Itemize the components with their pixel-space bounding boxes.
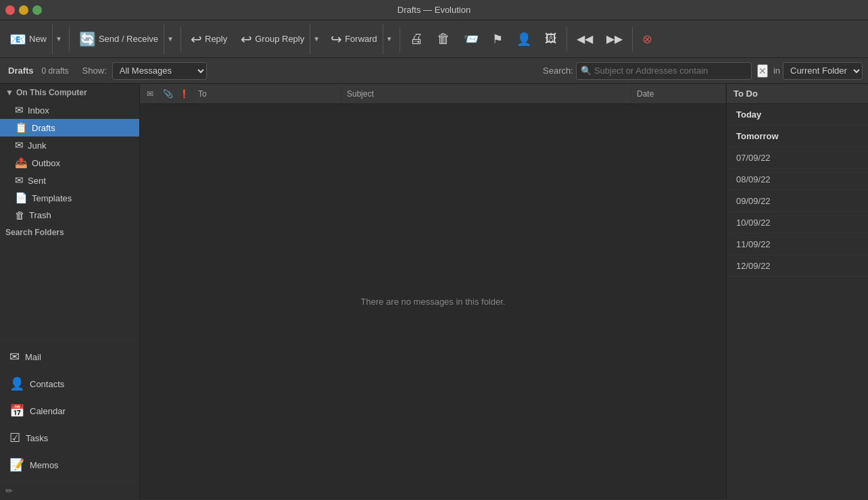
- maximize-button[interactable]: [32, 5, 42, 15]
- window-title: Drafts — Evolution: [397, 5, 471, 15]
- sidebar-item-label-search-folders: Search Folders: [5, 228, 64, 237]
- sidebar-item-tasks[interactable]: ☑ Tasks: [3, 425, 137, 451]
- to-col-label: To: [198, 89, 207, 99]
- nav-label-mail: Mail: [25, 352, 41, 362]
- current-folder-label: Drafts: [8, 66, 34, 76]
- todo-panel: To Do Today Tomorrow 07/09/22 08/09/22 0…: [726, 84, 868, 500]
- sidebar-item-mail[interactable]: ✉ Mail: [3, 344, 137, 370]
- new-label: New: [29, 34, 47, 44]
- todo-date-1109-label: 11/09/22: [736, 239, 771, 249]
- search-folders-header[interactable]: Search Folders: [0, 224, 139, 241]
- back-nav-button[interactable]: ◀◀: [571, 24, 598, 54]
- contact-button[interactable]: 👤: [511, 24, 537, 54]
- sidebar-item-junk[interactable]: ✉ Junk: [0, 136, 139, 154]
- sidebar-item-label-inbox: Inbox: [28, 105, 49, 116]
- flag-button[interactable]: ⚑: [487, 24, 508, 54]
- group-reply-button[interactable]: ↩ Group Reply: [235, 24, 310, 54]
- sidebar-item-inbox[interactable]: ✉ Inbox: [0, 101, 139, 119]
- sidebar-item-drafts[interactable]: 📋 Drafts: [0, 119, 139, 136]
- sidebar-item-calendar[interactable]: 📅 Calendar: [3, 398, 137, 424]
- back-nav-icon: ◀◀: [577, 32, 593, 45]
- forward-dropdown-arrow: ▼: [386, 35, 393, 43]
- todo-date-1009[interactable]: 10/09/22: [727, 212, 868, 234]
- sidebar-item-label-trash: Trash: [29, 210, 51, 220]
- nav-label-calendar: Calendar: [30, 406, 66, 416]
- toolbar: 📧 New ▼ 🔄 Send / Receive ▼ ↩ Reply ↩ Gro…: [0, 20, 868, 58]
- close-button[interactable]: [5, 5, 15, 15]
- group-reply-dropdown-button[interactable]: ▼: [310, 24, 322, 54]
- sidebar-item-label-drafts: Drafts: [32, 123, 55, 133]
- todo-date-today[interactable]: Today: [727, 104, 868, 126]
- sidebar-section: ▼ On This Computer ✉ Inbox 📋 Drafts ✉ Ju…: [0, 84, 139, 340]
- todo-date-0709[interactable]: 07/09/22: [727, 147, 868, 169]
- send-receive-icon: 🔄: [79, 31, 96, 47]
- search-icon: 🔍: [581, 66, 592, 76]
- todo-date-tomorrow[interactable]: Tomorrow: [727, 126, 868, 147]
- attach-col-icon: 📎: [163, 89, 173, 99]
- todo-date-0709-label: 07/09/22: [736, 153, 771, 163]
- sidebar-item-contacts[interactable]: 👤 Contacts: [3, 371, 137, 397]
- tasks-nav-icon: ☑: [9, 430, 20, 445]
- new-button[interactable]: 📧 New: [4, 24, 52, 54]
- todo-date-1209[interactable]: 12/09/22: [727, 255, 868, 277]
- send-receive-dropdown-button[interactable]: ▼: [164, 24, 176, 54]
- col-header-subject[interactable]: Subject: [341, 84, 631, 103]
- sidebar-item-memos[interactable]: 📝 Memos: [3, 452, 137, 478]
- titlebar: Drafts — Evolution: [0, 0, 868, 20]
- inbox-icon: ✉: [15, 104, 24, 116]
- search-clear-button[interactable]: ✕: [757, 64, 768, 78]
- sidebar-group-computer[interactable]: ▼ On This Computer: [0, 84, 139, 101]
- todo-header-label: To Do: [733, 89, 758, 99]
- status-col-icon: ✉: [147, 89, 153, 99]
- todo-date-0809[interactable]: 08/09/22: [727, 169, 868, 191]
- separator-2: [180, 27, 181, 51]
- col-header-priority: ❗: [176, 84, 193, 103]
- new-button-group: 📧 New ▼: [4, 24, 65, 54]
- group-reply-group: ↩ Group Reply ▼: [235, 24, 322, 54]
- junk-icon: ✉: [15, 139, 24, 151]
- sidebar-item-sent[interactable]: ✉ Sent: [0, 172, 139, 189]
- forward-group: ↪ Forward ▼: [325, 24, 395, 54]
- todo-date-0909[interactable]: 09/09/22: [727, 191, 868, 212]
- sidebar-item-outbox[interactable]: 📤 Outbox: [0, 154, 139, 172]
- computer-group-label: On This Computer: [16, 88, 87, 97]
- forward-dropdown-button[interactable]: ▼: [383, 24, 395, 54]
- sidebar-footer: ✏: [0, 481, 139, 500]
- sidebar-item-templates[interactable]: 📄 Templates: [0, 189, 139, 207]
- main-layout: ▼ On This Computer ✉ Inbox 📋 Drafts ✉ Ju…: [0, 84, 868, 500]
- show-label: Show:: [82, 66, 107, 76]
- search-input[interactable]: [594, 66, 743, 76]
- col-header-status: ✉: [140, 84, 160, 103]
- minimize-button[interactable]: [19, 5, 28, 15]
- sidebar-item-trash[interactable]: 🗑 Trash: [0, 207, 139, 224]
- memos-nav-icon: 📝: [9, 457, 24, 472]
- new-dropdown-button[interactable]: ▼: [52, 24, 65, 54]
- forward-icon: ↪: [331, 31, 342, 47]
- photo-icon: 🖼: [545, 32, 557, 46]
- separator-1: [69, 27, 70, 51]
- move-button[interactable]: 📨: [458, 24, 484, 54]
- print-button[interactable]: 🖨: [404, 24, 429, 54]
- send-receive-group: 🔄 Send / Receive ▼: [74, 24, 176, 54]
- forward-nav-button[interactable]: ▶▶: [601, 24, 628, 54]
- edit-icon: ✏: [5, 486, 13, 496]
- date-col-label: Date: [637, 89, 654, 99]
- reply-button[interactable]: ↩ Reply: [185, 24, 233, 54]
- send-receive-button[interactable]: 🔄 Send / Receive: [74, 24, 164, 54]
- reply-group: ↩ Reply: [185, 24, 233, 54]
- col-header-to[interactable]: To: [193, 84, 341, 103]
- show-select[interactable]: All Messages Unread Messages Read Messag…: [112, 62, 207, 80]
- col-header-date[interactable]: Date: [631, 84, 726, 103]
- todo-date-1109[interactable]: 11/09/22: [727, 234, 868, 255]
- message-count: 0 drafts: [42, 66, 69, 76]
- delete-button[interactable]: 🗑: [431, 24, 456, 54]
- photo-button[interactable]: 🖼: [539, 24, 562, 54]
- search-in-label: in: [773, 66, 780, 76]
- forward-button[interactable]: ↪ Forward: [325, 24, 383, 54]
- message-list-header: ✉ 📎 ❗ To Subject Date: [140, 84, 726, 104]
- group-reply-label: Group Reply: [255, 34, 304, 44]
- outbox-icon: 📤: [15, 157, 28, 169]
- search-folder-select[interactable]: Current Folder All Folders: [783, 62, 863, 80]
- stop-button[interactable]: ⊗: [637, 24, 658, 54]
- todo-date-1009-label: 10/09/22: [736, 218, 771, 228]
